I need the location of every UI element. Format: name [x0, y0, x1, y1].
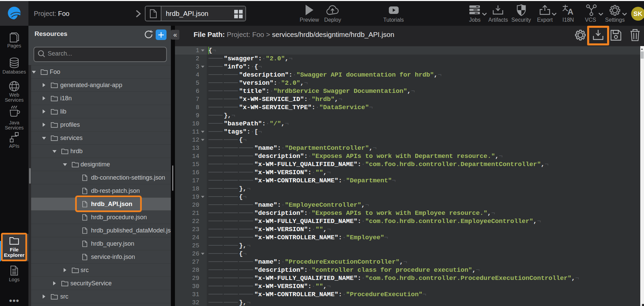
- svg-text:A: A: [568, 7, 573, 15]
